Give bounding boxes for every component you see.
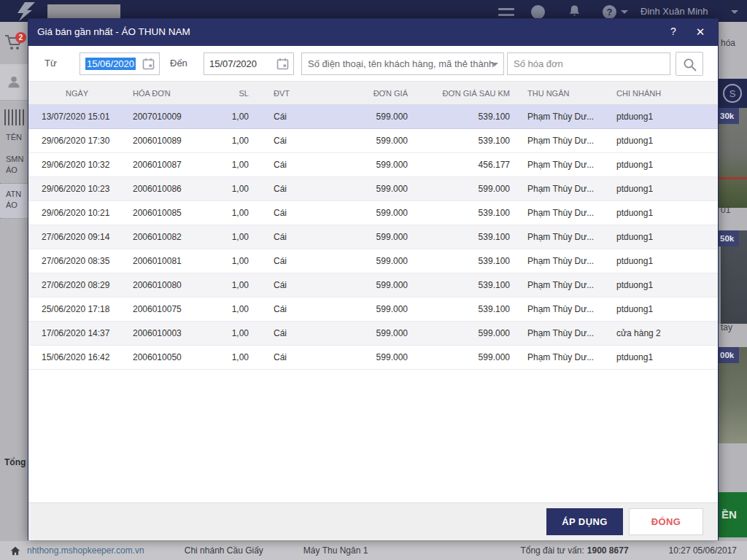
status-bar: nhthong.mshopkeeper.com.vn Chi nhánh Cầu… [0,541,747,560]
name-column-label: TÊN [6,133,22,141]
cell-price: 599.000 [326,184,408,194]
cell-invoice: 2006010080 [133,280,206,290]
column-header[interactable]: ĐVT [274,89,317,98]
cell-branch: ptduong1 [616,160,713,170]
table-row[interactable]: 25/06/2020 17:1820060100751,00Cái599.000… [28,298,718,322]
chevron-down-icon[interactable] [621,10,628,14]
customer-button[interactable] [0,64,28,101]
recent-price-dialog: Giá bán gần nhất - ÁO THUN NAM ? ✕ Từ 15… [28,18,719,540]
cell-price: 599.000 [326,256,408,266]
table-row[interactable]: 27/06/2020 09:1420060100821,00Cái599.000… [28,225,718,249]
cell-price_after: 539.100 [428,112,510,122]
cell-branch: ptduong1 [616,112,713,122]
customer-filter-dropdown[interactable]: Số điện thoại, tên khách hàng, mã thẻ th… [301,52,504,75]
cell-price: 599.000 [326,112,408,122]
partial-text: hóa [721,38,735,48]
cell-invoice: 2006010050 [133,352,206,362]
cell-unit: Cái [274,160,317,170]
close-icon[interactable]: ✕ [691,26,710,39]
cell-branch: ptduong1 [616,208,713,218]
total-label: Tổng [4,457,28,467]
cell-price: 599.000 [326,160,408,170]
cell-unit: Cái [274,136,317,146]
price-badge: 30k [719,108,739,124]
customer-filter-placeholder: Số điện thoại, tên khách hàng, mã thẻ th… [308,58,494,69]
column-header[interactable]: SL [204,89,249,98]
cell-price_after: 599.000 [428,328,510,338]
table-row[interactable]: 29/06/2020 10:2320060100861,00Cái599.000… [28,177,718,201]
table-row[interactable]: 27/06/2020 08:3520060100811,00Cái599.000… [28,249,718,273]
cell-price_after: 539.100 [428,304,510,314]
globe-icon[interactable] [531,5,545,19]
cell-date: 13/07/2020 15:01 [42,112,133,122]
cell-price_after: 599.000 [428,352,510,362]
cart-line-item[interactable]: SMN ÁO [0,149,28,184]
cell-cashier: Phạm Thùy Dư... [527,208,609,218]
help-icon[interactable]: ? [603,5,616,19]
invoice-number-input[interactable] [507,52,670,75]
cell-cashier: Phạm Thùy Dư... [527,112,609,122]
item-name: ÁO [6,166,18,174]
cell-unit: Cái [274,280,317,290]
search-icon [683,58,697,72]
cell-date: 25/06/2020 17:18 [42,304,133,314]
calendar-icon[interactable] [276,58,289,70]
cell-qty: 1,00 [204,232,249,242]
cart-count-badge: 2 [15,32,26,43]
chevron-down-icon [491,63,498,66]
person-icon [7,74,21,89]
table-row[interactable]: 15/06/2020 16:4220060100501,00Cái599.000… [28,346,718,370]
table-row[interactable]: 17/06/2020 14:3720060100031,00Cái599.000… [28,322,718,346]
cell-qty: 1,00 [204,136,249,146]
cell-cashier: Phạm Thùy Dư... [527,280,609,290]
table-row[interactable]: 29/06/2020 17:3020060100891,00Cái599.000… [28,129,718,153]
apply-button[interactable]: ÁP DỤNG [546,508,623,535]
cell-qty: 1,00 [204,256,249,266]
product-code: 01 [721,205,730,215]
site-link[interactable]: nhthong.mshopkeeper.com.vn [27,545,144,556]
home-icon[interactable] [10,546,20,556]
calendar-icon[interactable] [142,58,155,70]
cell-invoice: 2006010075 [133,304,206,314]
cell-cashier: Phạm Thùy Dư... [527,184,609,194]
cart-line-item[interactable]: ATN ÁO [0,184,28,219]
column-header[interactable]: CHI NHÁNH [616,89,713,98]
table-row[interactable]: 27/06/2020 08:2920060100801,00Cái599.000… [28,273,718,298]
from-date-input[interactable]: 15/06/2020 [80,52,160,75]
to-date-input[interactable]: 15/07/2020 [204,52,294,75]
search-button[interactable] [676,52,703,76]
dialog-help-button[interactable]: ? [665,26,682,37]
table-row[interactable]: 29/06/2020 10:2120060100851,00Cái599.000… [28,201,718,225]
column-header[interactable]: HÓA ĐƠN [133,89,206,98]
cell-price_after: 539.100 [428,208,510,218]
cell-date: 29/06/2020 10:21 [42,208,133,218]
user-menu[interactable]: Đinh Xuân Minh [640,6,708,17]
close-button[interactable]: ĐÓNG [629,508,703,535]
cell-unit: Cái [274,184,317,194]
barcode-icon[interactable] [4,109,24,125]
cell-branch: ptduong1 [616,280,713,290]
table-row[interactable]: 29/06/2020 10:3220060100871,00Cái599.000… [28,153,718,177]
cell-branch: ptduong1 [616,136,713,146]
cell-branch: ptduong1 [616,256,713,266]
column-header[interactable]: NGÀY [66,89,88,98]
column-header[interactable]: THU NGÂN [527,89,609,98]
cell-invoice: 2006010081 [133,256,206,266]
column-header[interactable]: ĐƠN GIÁ SAU KM [428,89,510,98]
pay-button[interactable]: ỀN [719,492,747,537]
cell-date: 29/06/2020 10:23 [42,184,133,194]
cell-cashier: Phạm Thùy Dư... [527,256,609,266]
table-row[interactable]: 13/07/2020 15:0120070100091,00Cái599.000… [28,105,718,129]
cell-cashier: Phạm Thùy Dư... [527,232,609,242]
cell-qty: 1,00 [204,208,249,218]
bell-icon[interactable] [568,4,581,18]
column-header[interactable]: ĐƠN GIÁ [326,89,408,98]
cell-price: 599.000 [326,352,408,362]
right-panel-strip: hóa S 30k 01 50k tay 00k ỀN [719,22,747,541]
to-date-label: Đến [170,58,187,69]
s-badge-icon: S [723,84,742,103]
category-tile[interactable]: S [719,79,747,108]
chevron-down-icon[interactable] [731,10,738,14]
cell-invoice: 2006010089 [133,136,206,146]
cell-price: 599.000 [326,208,408,218]
